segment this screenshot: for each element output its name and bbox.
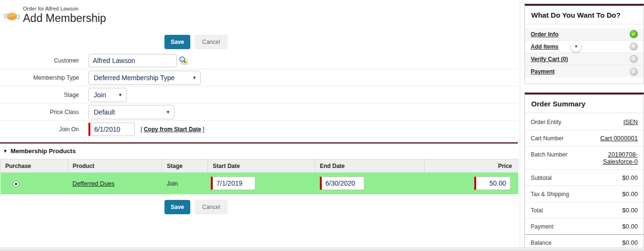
stage-row: Stage Join ▼ bbox=[0, 86, 518, 104]
summary-panel-title: Order Summary bbox=[525, 94, 644, 113]
sidebar-item-add-items[interactable]: Add Items ▼ ✓ bbox=[525, 41, 644, 53]
todo-panel-title: What Do You Want To Do? bbox=[525, 6, 644, 24]
order-info-link[interactable]: Order Info bbox=[531, 31, 558, 38]
join-on-input[interactable] bbox=[88, 123, 135, 136]
col-stage: Stage bbox=[162, 159, 208, 173]
join-on-label: Join On bbox=[0, 126, 88, 133]
toolbar-top: Save Cancel bbox=[164, 35, 228, 49]
row-label: Tax & Shipping bbox=[531, 190, 569, 198]
chevron-down-icon: ▼ bbox=[192, 75, 196, 80]
order-summary-panel: Order Summary Order Entity ISEN Cart Num… bbox=[524, 93, 644, 251]
row-label: Cart Number bbox=[531, 135, 564, 142]
payment-link[interactable]: Payment bbox=[531, 68, 555, 75]
product-link[interactable]: Defferred Dues bbox=[73, 180, 115, 187]
cart-number-link[interactable]: Cart 0000001 bbox=[600, 135, 638, 142]
toolbar-bottom: Save Cancel bbox=[164, 200, 228, 214]
sidebar: What Do You Want To Do? Order Info ✓ Add… bbox=[524, 0, 644, 251]
todo-items: Order Info ✓ Add Items ▼ ✓ Verify Cart (… bbox=[525, 24, 644, 84]
sidebar-item-order-info[interactable]: Order Info ✓ bbox=[525, 28, 644, 41]
sidebar-item-payment[interactable]: Payment ✓ bbox=[525, 65, 644, 78]
row-label: Total bbox=[531, 207, 543, 214]
summary-row-payment: Payment $0.00 bbox=[525, 219, 644, 235]
handshake-icon bbox=[4, 9, 20, 24]
stage-select[interactable]: Join ▼ bbox=[88, 88, 127, 102]
row-label: Batch Number bbox=[531, 151, 568, 158]
summary-row-batch-number: Batch Number 20190708-Salesforce-0 bbox=[525, 146, 644, 170]
page-header: Order for Alfred Lawson Add Membership bbox=[4, 6, 106, 25]
verify-cart-link[interactable]: Verify Cart (0) bbox=[531, 56, 568, 63]
bracket-close: ] bbox=[201, 126, 205, 133]
membership-products-section: ▼ Membership Products Purchase Product S… bbox=[0, 142, 518, 194]
add-items-dropdown-toggle[interactable]: ▼ bbox=[571, 42, 581, 52]
main-content: Order for Alfred Lawson Add Membership S… bbox=[0, 0, 518, 248]
cancel-button[interactable]: Cancel bbox=[195, 35, 228, 49]
end-date-input[interactable] bbox=[320, 177, 364, 190]
membership-type-select[interactable]: Deferred Membership Type ▼ bbox=[88, 71, 201, 85]
stage-value: Join bbox=[94, 91, 106, 99]
price-input[interactable] bbox=[474, 177, 511, 190]
save-button[interactable]: Save bbox=[164, 35, 190, 49]
bracket-open: [ bbox=[141, 126, 144, 133]
check-pending-icon: ✓ bbox=[630, 68, 638, 76]
col-end-date: End Date bbox=[315, 159, 425, 173]
row-stage: Join bbox=[162, 180, 178, 187]
membership-type-row: Membership Type Deferred Membership Type… bbox=[0, 69, 518, 86]
order-entity-link[interactable]: ISEN bbox=[623, 118, 638, 126]
price-class-row: Price Class Default ▼ bbox=[0, 104, 518, 121]
row-label: Subtotal bbox=[531, 174, 552, 181]
cancel-button[interactable]: Cancel bbox=[195, 200, 228, 214]
batch-number-link[interactable]: 20190708-Salesforce-0 bbox=[581, 151, 638, 165]
section-title: Membership Products bbox=[11, 147, 76, 155]
horizontal-scrollbar[interactable] bbox=[0, 248, 644, 251]
lookup-icon bbox=[179, 56, 188, 65]
customer-label: Customer bbox=[0, 57, 88, 64]
row-value: $0.00 bbox=[622, 174, 638, 181]
save-button[interactable]: Save bbox=[164, 200, 190, 214]
row-value: $0.00 bbox=[622, 223, 638, 230]
check-done-icon: ✓ bbox=[630, 30, 638, 38]
purchase-radio[interactable] bbox=[13, 181, 19, 187]
summary-row-tax-shipping: Tax & Shipping $0.00 bbox=[525, 186, 644, 202]
row-value: $0.00 bbox=[622, 207, 638, 214]
price-class-value: Default bbox=[94, 108, 115, 116]
row-value: $0.00 bbox=[622, 239, 638, 246]
collapse-triangle-icon: ▼ bbox=[3, 148, 8, 154]
table-header-row: Purchase Product Stage Start Date End Da… bbox=[0, 159, 518, 173]
membership-type-value: Deferred Membership Type bbox=[94, 74, 175, 82]
check-pending-icon: ✓ bbox=[630, 42, 638, 51]
price-class-label: Price Class bbox=[0, 109, 88, 115]
row-label: Payment bbox=[531, 223, 553, 230]
chevron-down-icon: ▼ bbox=[166, 110, 170, 115]
summary-rows: Order Entity ISEN Cart Number Cart 00000… bbox=[525, 113, 644, 251]
add-items-link[interactable]: Add Items bbox=[531, 43, 558, 50]
content-divider bbox=[520, 0, 520, 248]
copy-from-start-date-link[interactable]: [ Copy from Start Date ] bbox=[141, 126, 204, 133]
summary-row-total: Total $0.00 bbox=[525, 202, 644, 219]
col-product: Product bbox=[68, 159, 162, 173]
summary-row-order-entity: Order Entity ISEN bbox=[525, 114, 644, 130]
add-membership-page: Order for Alfred Lawson Add Membership S… bbox=[0, 0, 644, 251]
stage-label: Stage bbox=[0, 92, 88, 98]
price-class-select[interactable]: Default ▼ bbox=[88, 105, 175, 119]
row-label: Order Entity bbox=[531, 118, 561, 126]
page-title: Add Membership bbox=[23, 12, 106, 25]
product-row: Defferred Dues Join bbox=[0, 173, 518, 194]
join-on-row: Join On [ Copy from Start Date ] bbox=[0, 121, 518, 138]
summary-row-subtotal: Subtotal $0.00 bbox=[525, 170, 644, 186]
start-date-input[interactable] bbox=[211, 177, 255, 190]
col-purchase: Purchase bbox=[0, 159, 68, 173]
col-start-date: Start Date bbox=[208, 159, 315, 173]
section-header[interactable]: ▼ Membership Products bbox=[0, 144, 518, 159]
chevron-down-icon: ▼ bbox=[574, 44, 578, 49]
row-label: Balance bbox=[531, 239, 551, 246]
title-block: Order for Alfred Lawson Add Membership bbox=[23, 6, 106, 25]
copy-link-label: Copy from Start Date bbox=[144, 126, 201, 133]
customer-lookup-button[interactable] bbox=[179, 56, 188, 65]
what-do-you-want-panel: What Do You Want To Do? Order Info ✓ Add… bbox=[524, 4, 644, 84]
customer-row: Customer bbox=[0, 52, 518, 69]
customer-input[interactable] bbox=[88, 54, 177, 67]
chevron-down-icon: ▼ bbox=[118, 93, 122, 97]
row-value: $0.00 bbox=[622, 190, 638, 198]
check-pending-icon: ✓ bbox=[630, 55, 638, 63]
sidebar-item-verify-cart[interactable]: Verify Cart (0) ✓ bbox=[525, 53, 644, 65]
